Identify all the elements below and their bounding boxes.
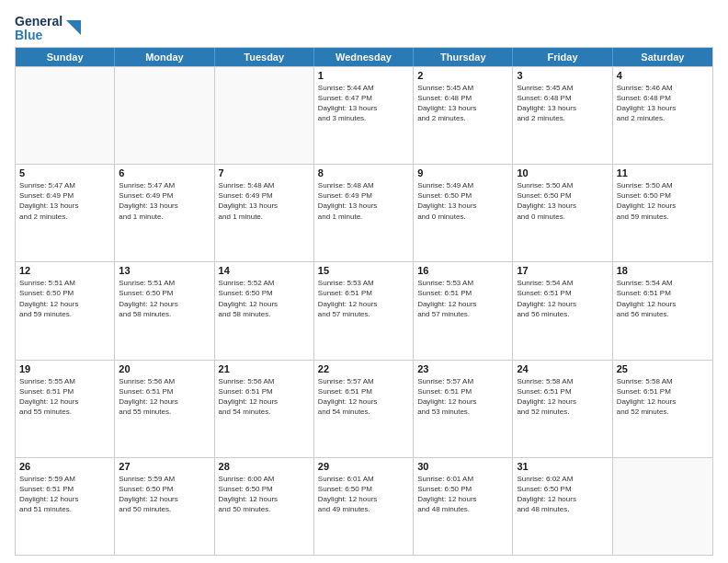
day-content: Sunrise: 5:58 AM Sunset: 6:51 PM Dayligh…: [617, 376, 709, 418]
calendar-day-6: 6Sunrise: 5:47 AM Sunset: 6:49 PM Daylig…: [115, 165, 214, 261]
day-number: 30: [417, 461, 508, 472]
calendar: SundayMondayTuesdayWednesdayThursdayFrid…: [15, 47, 713, 556]
calendar-empty-cell: [215, 67, 314, 164]
day-content: Sunrise: 5:49 AM Sunset: 6:50 PM Dayligh…: [417, 180, 508, 222]
calendar-day-5: 5Sunrise: 5:47 AM Sunset: 6:49 PM Daylig…: [16, 165, 115, 261]
calendar-day-10: 10Sunrise: 5:50 AM Sunset: 6:50 PM Dayli…: [513, 165, 612, 261]
calendar-day-16: 16Sunrise: 5:53 AM Sunset: 6:51 PM Dayli…: [414, 262, 513, 359]
calendar-day-18: 18Sunrise: 5:54 AM Sunset: 6:51 PM Dayli…: [613, 262, 712, 359]
calendar-empty-cell: [613, 458, 712, 555]
logo-blue: Blue: [15, 29, 63, 42]
calendar-empty-cell: [115, 67, 214, 164]
logo: General Blue: [15, 15, 83, 43]
calendar-day-13: 13Sunrise: 5:51 AM Sunset: 6:50 PM Dayli…: [115, 262, 214, 359]
calendar-day-25: 25Sunrise: 5:58 AM Sunset: 6:51 PM Dayli…: [613, 361, 712, 457]
calendar-day-9: 9Sunrise: 5:49 AM Sunset: 6:50 PM Daylig…: [414, 165, 513, 261]
day-content: Sunrise: 5:57 AM Sunset: 6:51 PM Dayligh…: [417, 376, 508, 418]
day-content: Sunrise: 5:50 AM Sunset: 6:50 PM Dayligh…: [617, 180, 709, 222]
day-number: 11: [617, 167, 709, 178]
day-number: 29: [318, 461, 409, 472]
calendar-header-thursday: Thursday: [414, 48, 513, 66]
day-number: 22: [318, 363, 409, 374]
calendar-header-saturday: Saturday: [613, 48, 712, 66]
day-content: Sunrise: 5:48 AM Sunset: 6:49 PM Dayligh…: [219, 180, 310, 222]
day-content: Sunrise: 5:59 AM Sunset: 6:51 PM Dayligh…: [19, 474, 110, 515]
day-number: 10: [517, 167, 608, 178]
calendar-body: 1Sunrise: 5:44 AM Sunset: 6:47 PM Daylig…: [16, 66, 712, 555]
day-number: 18: [617, 265, 709, 276]
calendar-day-1: 1Sunrise: 5:44 AM Sunset: 6:47 PM Daylig…: [314, 67, 414, 164]
calendar-header-monday: Monday: [115, 48, 214, 66]
day-content: Sunrise: 6:02 AM Sunset: 6:50 PM Dayligh…: [517, 474, 608, 515]
calendar-day-7: 7Sunrise: 5:48 AM Sunset: 6:49 PM Daylig…: [215, 165, 314, 261]
calendar-day-22: 22Sunrise: 5:57 AM Sunset: 6:51 PM Dayli…: [314, 361, 414, 457]
calendar-day-15: 15Sunrise: 5:53 AM Sunset: 6:51 PM Dayli…: [314, 262, 414, 359]
calendar-day-8: 8Sunrise: 5:48 AM Sunset: 6:49 PM Daylig…: [314, 165, 414, 261]
day-number: 8: [318, 167, 409, 178]
calendar-week-4: 19Sunrise: 5:55 AM Sunset: 6:51 PM Dayli…: [16, 360, 712, 457]
logo-general: General: [15, 15, 63, 29]
day-content: Sunrise: 5:50 AM Sunset: 6:50 PM Dayligh…: [517, 180, 608, 222]
day-number: 20: [119, 363, 210, 374]
day-content: Sunrise: 6:00 AM Sunset: 6:50 PM Dayligh…: [219, 474, 310, 515]
day-number: 7: [219, 167, 310, 178]
day-content: Sunrise: 5:53 AM Sunset: 6:51 PM Dayligh…: [318, 278, 409, 319]
calendar-day-29: 29Sunrise: 6:01 AM Sunset: 6:50 PM Dayli…: [314, 458, 414, 555]
calendar-week-1: 1Sunrise: 5:44 AM Sunset: 6:47 PM Daylig…: [16, 66, 712, 164]
day-number: 16: [417, 265, 508, 276]
day-content: Sunrise: 5:55 AM Sunset: 6:51 PM Dayligh…: [19, 376, 110, 418]
day-number: 17: [517, 265, 608, 276]
day-content: Sunrise: 5:53 AM Sunset: 6:51 PM Dayligh…: [417, 278, 508, 319]
day-number: 15: [318, 265, 409, 276]
day-content: Sunrise: 6:01 AM Sunset: 6:50 PM Dayligh…: [318, 474, 409, 515]
calendar-day-2: 2Sunrise: 5:45 AM Sunset: 6:48 PM Daylig…: [414, 67, 513, 164]
day-number: 13: [119, 265, 210, 276]
day-content: Sunrise: 5:56 AM Sunset: 6:51 PM Dayligh…: [219, 376, 310, 418]
day-number: 9: [417, 167, 508, 178]
calendar-day-21: 21Sunrise: 5:56 AM Sunset: 6:51 PM Dayli…: [215, 361, 314, 457]
day-content: Sunrise: 5:52 AM Sunset: 6:50 PM Dayligh…: [219, 278, 310, 319]
day-number: 23: [417, 363, 508, 374]
calendar-week-2: 5Sunrise: 5:47 AM Sunset: 6:49 PM Daylig…: [16, 164, 712, 261]
calendar-day-27: 27Sunrise: 5:59 AM Sunset: 6:50 PM Dayli…: [115, 458, 214, 555]
calendar-day-19: 19Sunrise: 5:55 AM Sunset: 6:51 PM Dayli…: [16, 361, 115, 457]
calendar-week-5: 26Sunrise: 5:59 AM Sunset: 6:51 PM Dayli…: [16, 457, 712, 555]
calendar-day-11: 11Sunrise: 5:50 AM Sunset: 6:50 PM Dayli…: [613, 165, 712, 261]
day-content: Sunrise: 5:45 AM Sunset: 6:48 PM Dayligh…: [417, 83, 508, 124]
day-number: 27: [119, 461, 210, 472]
day-content: Sunrise: 5:59 AM Sunset: 6:50 PM Dayligh…: [119, 474, 210, 515]
day-content: Sunrise: 5:51 AM Sunset: 6:50 PM Dayligh…: [19, 278, 110, 319]
day-content: Sunrise: 5:47 AM Sunset: 6:49 PM Dayligh…: [119, 180, 210, 222]
calendar-header-friday: Friday: [513, 48, 612, 66]
calendar-header-tuesday: Tuesday: [215, 48, 314, 66]
day-content: Sunrise: 5:44 AM Sunset: 6:47 PM Dayligh…: [318, 83, 409, 124]
calendar-day-4: 4Sunrise: 5:46 AM Sunset: 6:48 PM Daylig…: [613, 67, 712, 164]
calendar-page: General Blue SundayMondayTuesdayWednesda…: [0, 0, 728, 563]
day-content: Sunrise: 5:56 AM Sunset: 6:51 PM Dayligh…: [119, 376, 210, 418]
calendar-header-wednesday: Wednesday: [314, 48, 414, 66]
day-content: Sunrise: 5:47 AM Sunset: 6:49 PM Dayligh…: [19, 180, 110, 222]
day-number: 21: [219, 363, 310, 374]
day-content: Sunrise: 5:45 AM Sunset: 6:48 PM Dayligh…: [517, 83, 608, 124]
day-number: 6: [119, 167, 210, 178]
svg-marker-0: [66, 20, 81, 35]
calendar-day-17: 17Sunrise: 5:54 AM Sunset: 6:51 PM Dayli…: [513, 262, 612, 359]
header: General Blue: [15, 11, 713, 43]
day-content: Sunrise: 5:48 AM Sunset: 6:49 PM Dayligh…: [318, 180, 409, 222]
calendar-day-24: 24Sunrise: 5:58 AM Sunset: 6:51 PM Dayli…: [513, 361, 612, 457]
day-content: Sunrise: 6:01 AM Sunset: 6:50 PM Dayligh…: [417, 474, 508, 515]
calendar-day-30: 30Sunrise: 6:01 AM Sunset: 6:50 PM Dayli…: [414, 458, 513, 555]
day-content: Sunrise: 5:57 AM Sunset: 6:51 PM Dayligh…: [318, 376, 409, 418]
calendar-day-23: 23Sunrise: 5:57 AM Sunset: 6:51 PM Dayli…: [414, 361, 513, 457]
calendar-day-28: 28Sunrise: 6:00 AM Sunset: 6:50 PM Dayli…: [215, 458, 314, 555]
day-number: 31: [517, 461, 608, 472]
day-content: Sunrise: 5:54 AM Sunset: 6:51 PM Dayligh…: [617, 278, 709, 319]
day-number: 24: [517, 363, 608, 374]
day-content: Sunrise: 5:51 AM Sunset: 6:50 PM Dayligh…: [119, 278, 210, 319]
day-number: 19: [19, 363, 110, 374]
day-content: Sunrise: 5:46 AM Sunset: 6:48 PM Dayligh…: [617, 83, 709, 124]
day-number: 5: [19, 167, 110, 178]
day-number: 3: [517, 70, 608, 81]
calendar-week-3: 12Sunrise: 5:51 AM Sunset: 6:50 PM Dayli…: [16, 261, 712, 359]
day-content: Sunrise: 5:58 AM Sunset: 6:51 PM Dayligh…: [517, 376, 608, 418]
